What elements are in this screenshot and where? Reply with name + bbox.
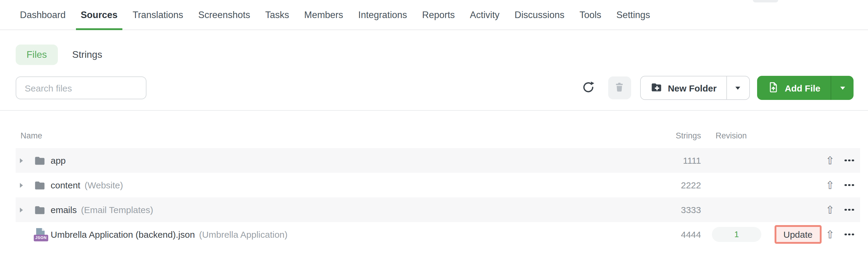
folder-annotation: (Email Templates): [81, 205, 153, 215]
expand-button[interactable]: [20, 183, 28, 187]
file-annotation: (Umbrella Application): [199, 229, 287, 240]
upload-icon[interactable]: ⇧: [826, 180, 835, 190]
name-cell: content (Website): [16, 179, 641, 191]
more-actions-button[interactable]: [844, 209, 854, 211]
sources-subtabs: Files Strings: [16, 44, 854, 65]
project-nav: Dashboard Sources Translations Screensho…: [0, 0, 868, 30]
upload-icon[interactable]: ⇧: [826, 155, 835, 166]
files-toolbar: New Folder Add File: [16, 76, 854, 100]
add-file-dropdown-button[interactable]: [831, 76, 854, 100]
search-input[interactable]: [16, 76, 147, 99]
chevron-down-icon: [736, 86, 741, 89]
folder-icon: [34, 179, 46, 191]
menu-cell: [838, 159, 860, 161]
nav-item-activity[interactable]: Activity: [465, 0, 504, 30]
caret-right-icon: [20, 183, 23, 187]
menu-cell: [838, 184, 860, 186]
name-cell: app: [16, 154, 641, 167]
strings-count: 3333: [641, 205, 701, 215]
revision-cell: 1: [701, 227, 761, 242]
folder-name[interactable]: emails: [51, 205, 77, 215]
expand-button[interactable]: [20, 207, 28, 212]
nav-item-integrations[interactable]: Integrations: [353, 0, 412, 30]
folder-annotation: (Website): [84, 180, 123, 190]
folder-name[interactable]: app: [51, 155, 66, 166]
menu-cell: [838, 209, 860, 211]
name-cell: emails (Email Templates): [16, 204, 641, 216]
caret-right-icon: [20, 207, 23, 212]
new-folder-split-button: New Folder: [640, 76, 750, 100]
caret-right-icon: [20, 158, 23, 163]
revision-badge[interactable]: 1: [712, 227, 761, 242]
cutoff-element: [753, 0, 778, 2]
table-header: Name Strings Revision: [16, 111, 860, 148]
expand-button[interactable]: [20, 158, 28, 163]
action-cell: Update: [761, 225, 822, 244]
table-body: app 1111 ⇧ content (Website): [0, 148, 868, 247]
name-cell: JSON Umbrella Application (backend).json…: [16, 228, 641, 241]
sources-files-page: Dashboard Sources Translations Screensho…: [0, 0, 868, 257]
column-header-name: Name: [16, 131, 641, 140]
more-actions-button[interactable]: [844, 159, 854, 161]
folder-plus-icon: [650, 81, 662, 95]
folder-icon: [34, 154, 46, 167]
strings-count: 4444: [641, 229, 701, 240]
tab-files[interactable]: Files: [16, 44, 58, 65]
strings-count: 2222: [641, 180, 701, 190]
update-button[interactable]: Update: [774, 225, 822, 244]
nav-item-discussions[interactable]: Discussions: [510, 0, 569, 30]
tab-strings[interactable]: Strings: [65, 49, 110, 60]
add-file-button[interactable]: Add File: [757, 76, 831, 100]
table-row-folder-app[interactable]: app 1111 ⇧: [16, 148, 860, 173]
refresh-icon: [582, 80, 595, 96]
table-row-folder-content[interactable]: content (Website) 2222 ⇧: [16, 173, 860, 197]
nav-item-settings[interactable]: Settings: [612, 0, 655, 30]
table-row-file-umbrella-application-backend-json[interactable]: JSON Umbrella Application (backend).json…: [16, 222, 860, 247]
nav-item-reports[interactable]: Reports: [417, 0, 460, 30]
upload-icon[interactable]: ⇧: [826, 229, 835, 240]
delete-button[interactable]: [608, 76, 631, 99]
column-header-strings: Strings: [641, 131, 701, 140]
upload-cell: ⇧: [822, 155, 838, 166]
files-table: Name Strings Revision app 1111: [0, 110, 868, 247]
new-folder-dropdown-button[interactable]: [726, 76, 749, 99]
json-file-icon: JSON: [34, 228, 46, 241]
chevron-down-icon: [840, 86, 845, 89]
folder-icon: [34, 204, 46, 216]
refresh-button[interactable]: [581, 80, 596, 96]
nav-item-dashboard[interactable]: Dashboard: [15, 0, 70, 30]
upload-cell: ⇧: [822, 180, 838, 190]
folder-name[interactable]: content: [51, 180, 80, 190]
menu-cell: [838, 233, 860, 235]
add-file-split-button: Add File: [757, 76, 854, 100]
json-badge: JSON: [34, 235, 48, 241]
file-name[interactable]: Umbrella Application (backend).json: [51, 229, 195, 240]
toolbar-actions: New Folder Add File: [581, 76, 854, 100]
column-header-revision: Revision: [701, 131, 761, 140]
trash-icon: [614, 81, 625, 95]
nav-item-tools[interactable]: Tools: [575, 0, 606, 30]
table-row-folder-emails[interactable]: emails (Email Templates) 3333 ⇧: [16, 197, 860, 222]
nav-item-screenshots[interactable]: Screenshots: [193, 0, 255, 30]
new-folder-label: New Folder: [668, 83, 717, 93]
upload-cell: ⇧: [822, 204, 838, 215]
file-upload-icon: [767, 81, 779, 95]
upload-icon[interactable]: ⇧: [826, 204, 835, 215]
strings-count: 1111: [641, 155, 701, 166]
upload-cell: ⇧: [822, 229, 838, 240]
new-folder-button[interactable]: New Folder: [641, 76, 726, 99]
nav-item-translations[interactable]: Translations: [128, 0, 188, 30]
add-file-label: Add File: [785, 83, 820, 93]
more-actions-button[interactable]: [844, 184, 854, 186]
nav-item-sources[interactable]: Sources: [76, 0, 122, 30]
nav-item-members[interactable]: Members: [299, 0, 348, 30]
more-actions-button[interactable]: [844, 233, 854, 235]
nav-item-tasks[interactable]: Tasks: [260, 0, 294, 30]
